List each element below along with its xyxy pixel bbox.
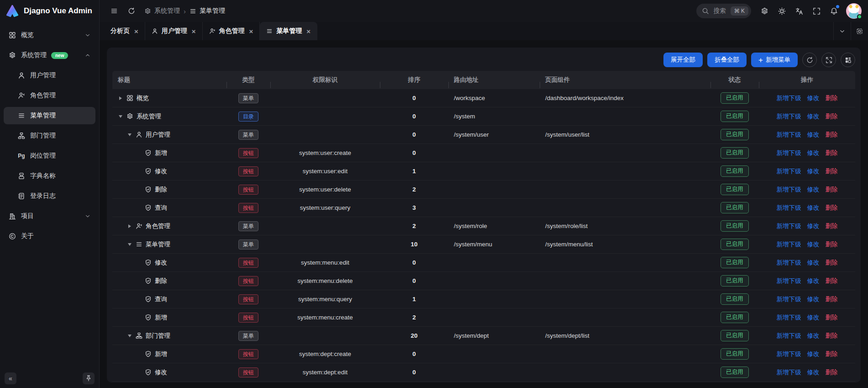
sidebar-item-3[interactable]: 角色管理 — [4, 87, 95, 104]
edit-link[interactable]: 修改 — [807, 259, 820, 267]
edit-link[interactable]: 修改 — [807, 131, 820, 139]
add-child-link[interactable]: 新增下级 — [777, 277, 801, 285]
delete-link[interactable]: 删除 — [826, 259, 838, 267]
add-child-link[interactable]: 新增下级 — [777, 332, 801, 340]
delete-link[interactable]: 删除 — [826, 295, 838, 303]
sidebar-item-6[interactable]: Pg 岗位管理 — [4, 147, 95, 165]
delete-link[interactable]: 删除 — [826, 277, 838, 285]
sidebar-item-1[interactable]: 系统管理 new — [4, 47, 95, 64]
delete-link[interactable]: 删除 — [826, 131, 838, 139]
sidebar-item-2[interactable]: 用户管理 — [4, 67, 95, 84]
edit-link[interactable]: 修改 — [807, 240, 820, 249]
delete-link[interactable]: 删除 — [826, 332, 838, 340]
table-row: 修改 按钮 system:user:edit 1 已启用 新增下级 修改 删除 — [112, 162, 855, 181]
sidebar-item-4[interactable]: 菜单管理 — [4, 107, 95, 124]
sidebar-item-7[interactable]: 字典名称 — [4, 167, 95, 185]
edit-link[interactable]: 修改 — [807, 94, 820, 102]
shield-icon — [145, 314, 152, 321]
tab-close-icon[interactable]: × — [306, 28, 310, 35]
delete-link[interactable]: 删除 — [826, 167, 838, 175]
add-child-link[interactable]: 新增下级 — [777, 186, 801, 194]
add-child-link[interactable]: 新增下级 — [777, 368, 801, 377]
fullscreen-button[interactable] — [809, 3, 824, 19]
add-child-link[interactable]: 新增下级 — [777, 131, 801, 139]
tab-用户管理[interactable]: 用户管理 × — [145, 22, 203, 40]
delete-link[interactable]: 删除 — [826, 314, 838, 322]
search-input[interactable]: 搜索 ⌘ K — [696, 4, 751, 18]
edit-link[interactable]: 修改 — [807, 314, 820, 322]
delete-link[interactable]: 删除 — [826, 112, 838, 121]
delete-link[interactable]: 删除 — [826, 350, 838, 358]
delete-link[interactable]: 删除 — [826, 240, 838, 249]
tab-分析页[interactable]: 分析页 × — [104, 22, 145, 40]
add-menu-button[interactable]: + 新增菜单 — [751, 53, 798, 67]
add-child-link[interactable]: 新增下级 — [777, 240, 801, 249]
tab-close-icon[interactable]: × — [134, 28, 138, 35]
delete-link[interactable]: 删除 — [826, 149, 838, 157]
delete-link[interactable]: 删除 — [826, 368, 838, 377]
pin-icon[interactable] — [83, 372, 95, 384]
edit-link[interactable]: 修改 — [807, 350, 820, 358]
notifications-button[interactable] — [826, 3, 842, 19]
tab-close-icon[interactable]: × — [192, 28, 196, 35]
add-child-link[interactable]: 新增下级 — [777, 314, 801, 322]
delete-link[interactable]: 删除 — [826, 94, 838, 102]
tabs-maximize-button[interactable] — [851, 22, 868, 40]
breadcrumb-item-0[interactable]: 系统管理 — [144, 7, 180, 15]
add-child-link[interactable]: 新增下级 — [777, 259, 801, 267]
add-child-link[interactable]: 新增下级 — [777, 295, 801, 303]
expand-all-button[interactable]: 展开全部 — [663, 53, 703, 67]
table-refresh-button[interactable] — [802, 53, 817, 67]
add-child-link[interactable]: 新增下级 — [777, 112, 801, 121]
sidebar-item-8[interactable]: 登录日志 — [4, 187, 95, 205]
component-path: /system/menu/list — [540, 241, 710, 248]
breadcrumb-item-1[interactable]: 菜单管理 — [189, 7, 225, 15]
table-fullscreen-button[interactable] — [821, 53, 836, 67]
tab-close-icon[interactable]: × — [249, 28, 253, 35]
edit-link[interactable]: 修改 — [807, 295, 820, 303]
edit-link[interactable]: 修改 — [807, 112, 820, 121]
tree-toggle[interactable] — [127, 335, 132, 337]
tree-toggle[interactable] — [127, 224, 132, 228]
edit-link[interactable]: 修改 — [807, 204, 820, 212]
edit-link[interactable]: 修改 — [807, 149, 820, 157]
tree-toggle[interactable] — [127, 133, 132, 136]
settings-button[interactable] — [757, 3, 772, 19]
tabs-dropdown-button[interactable] — [833, 22, 851, 40]
main-area: 系统管理 › 菜单管理 搜索 ⌘ K — [100, 0, 868, 388]
sidebar-collapse-button[interactable]: « — [5, 372, 16, 384]
edit-link[interactable]: 修改 — [807, 332, 820, 340]
tree-toggle[interactable] — [118, 96, 123, 100]
add-child-link[interactable]: 新增下级 — [777, 167, 801, 175]
add-child-link[interactable]: 新增下级 — [777, 149, 801, 157]
language-button[interactable] — [791, 3, 807, 19]
edit-link[interactable]: 修改 — [807, 222, 820, 230]
menu-icon[interactable] — [107, 4, 121, 18]
sidebar-item-5[interactable]: 部门管理 — [4, 127, 95, 144]
sidebar-item-9[interactable]: 项目 — [4, 207, 95, 225]
add-child-link[interactable]: 新增下级 — [777, 350, 801, 358]
table-layout-button[interactable] — [841, 53, 855, 67]
tree-toggle[interactable] — [127, 243, 132, 246]
refresh-icon[interactable] — [124, 4, 139, 18]
sidebar-item-0[interactable]: 概览 — [4, 27, 95, 44]
theme-button[interactable] — [774, 3, 789, 19]
edit-link[interactable]: 修改 — [807, 277, 820, 285]
route-path: /workspace — [448, 95, 540, 101]
edit-link[interactable]: 修改 — [807, 186, 820, 194]
delete-link[interactable]: 删除 — [826, 186, 838, 194]
sidebar-item-10[interactable]: 关于 — [4, 228, 95, 245]
tree-toggle[interactable] — [118, 115, 123, 118]
edit-link[interactable]: 修改 — [807, 167, 820, 175]
route-path: /system/role — [448, 223, 540, 229]
tab-菜单管理[interactable]: 菜单管理 × — [260, 22, 317, 40]
add-child-link[interactable]: 新增下级 — [777, 222, 801, 230]
collapse-all-button[interactable]: 折叠全部 — [707, 53, 747, 67]
delete-link[interactable]: 删除 — [826, 204, 838, 212]
add-child-link[interactable]: 新增下级 — [777, 204, 801, 212]
avatar[interactable] — [846, 3, 862, 19]
delete-link[interactable]: 删除 — [826, 222, 838, 230]
edit-link[interactable]: 修改 — [807, 368, 820, 377]
tab-角色管理[interactable]: 角色管理 × — [203, 22, 260, 40]
add-child-link[interactable]: 新增下级 — [777, 94, 801, 102]
